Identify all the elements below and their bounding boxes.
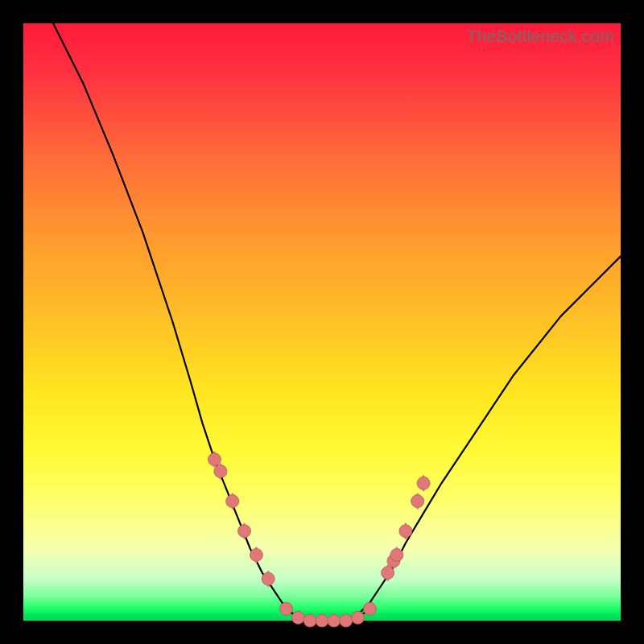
marker-left_wall — [262, 572, 275, 585]
marker-floor — [328, 614, 341, 627]
chart-frame: TheBottleneck.com — [0, 0, 644, 644]
marker-left_wall — [238, 525, 251, 538]
marker-left_wall — [226, 495, 239, 508]
marker-floor — [316, 614, 328, 627]
marker-left_wall — [208, 453, 221, 466]
plot-area: TheBottleneck.com — [23, 23, 621, 621]
marker-floor — [363, 602, 376, 615]
chart-svg — [23, 23, 621, 621]
marker-right_wall — [390, 548, 403, 561]
marker-left_wall — [214, 465, 227, 478]
marker-right_wall — [417, 477, 430, 489]
marker-left_wall — [250, 548, 262, 561]
marker-floor — [340, 614, 353, 627]
marker-right_wall — [382, 567, 394, 580]
marker-floor — [280, 602, 293, 615]
marker-right_wall — [411, 495, 424, 508]
marker-floor — [291, 611, 304, 624]
marker-floor — [352, 611, 365, 624]
marker-floor — [303, 614, 316, 627]
curve-left-curve — [53, 23, 310, 621]
marker-right_wall — [399, 525, 412, 538]
